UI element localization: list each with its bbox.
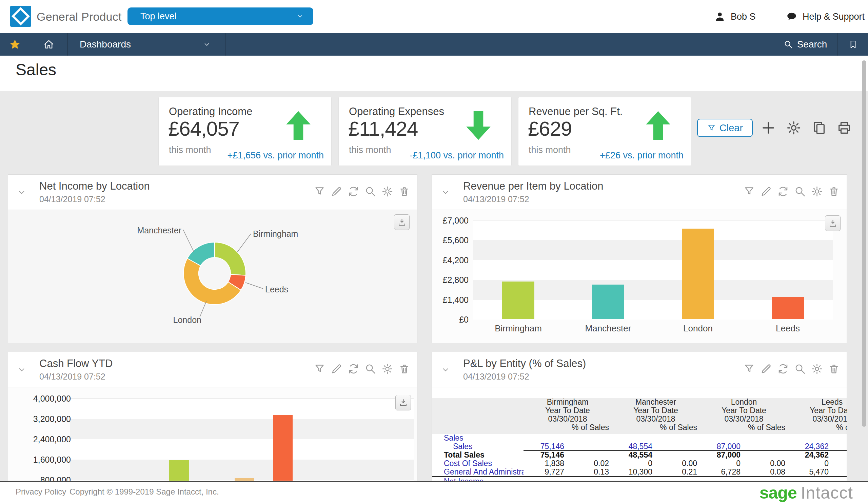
delete-icon[interactable] — [828, 185, 840, 197]
refresh-icon[interactable] — [348, 185, 359, 197]
help-support-link[interactable]: Help & Support — [786, 0, 865, 33]
search-button[interactable]: Search — [774, 33, 837, 55]
cash-flow-bar[interactable] — [273, 415, 293, 481]
pnl-column-entity: Manchester — [612, 398, 700, 406]
settings-icon[interactable] — [381, 363, 393, 375]
donut-slice-leeds[interactable] — [228, 274, 246, 290]
download-chart-button[interactable] — [825, 215, 840, 231]
download-chart-button[interactable] — [395, 395, 411, 410]
duplicate-dashboard-button[interactable] — [812, 120, 827, 136]
search-label: Search — [797, 39, 827, 50]
home-button[interactable] — [30, 33, 68, 55]
donut-slice-birmingham[interactable] — [215, 242, 246, 275]
pnl-column-header: LondonYear To Date03/30/2018% of Sales — [700, 398, 788, 432]
panel-timestamp: 04/13/2019 07:52 — [463, 372, 529, 382]
donut-slice-london[interactable] — [184, 258, 241, 305]
pnl-value-cell: 75,146 — [524, 442, 568, 451]
dashboards-menu[interactable]: Dashboards — [68, 33, 226, 55]
dashboard-toolbar: Sales Clear — [0, 55, 868, 91]
download-icon — [399, 398, 408, 407]
zoom-icon[interactable] — [794, 185, 806, 197]
pnl-row-label[interactable]: General And Administrative — [432, 468, 524, 476]
download-chart-button[interactable] — [394, 214, 410, 230]
y-axis-tick-label: £7,000 — [432, 216, 468, 226]
pnl-row-label[interactable]: Cost Of Sales — [432, 459, 524, 468]
y-axis-tick-label: 4,000,000 — [11, 394, 71, 404]
pnl-column-entity: Leeds — [788, 398, 847, 406]
delete-icon[interactable] — [399, 363, 410, 375]
favorites-button[interactable] — [0, 33, 30, 55]
cash-flow-bar[interactable] — [169, 460, 189, 481]
revenue-bar-chart-area: £7,000£5,600£4,200£2,800£1,400£0Birmingh… — [432, 210, 847, 343]
cash-flow-bar[interactable] — [235, 478, 254, 481]
pnl-pct-cell — [656, 442, 700, 451]
bar-birmingham[interactable] — [502, 281, 534, 319]
collapse-panel-icon[interactable] — [17, 187, 27, 197]
bar-leeds[interactable] — [772, 297, 804, 319]
edit-icon[interactable] — [331, 185, 342, 197]
kpi-period: this month — [169, 145, 211, 155]
pnl-value-cell: 87,000 — [700, 451, 744, 459]
bar-manchester[interactable] — [592, 285, 624, 319]
filter-icon[interactable] — [743, 363, 755, 375]
kpi-title: Operating Income — [169, 105, 252, 118]
collapse-panel-icon[interactable] — [441, 187, 450, 197]
filter-icon[interactable] — [743, 185, 755, 197]
pnl-row-label[interactable]: Sales — [432, 442, 524, 451]
pnl-pct-cell — [568, 434, 612, 442]
pnl-value-cell: 24,362 — [788, 451, 832, 459]
user-menu[interactable]: Bob S — [714, 0, 756, 33]
filter-icon[interactable] — [314, 363, 326, 375]
pnl-value-cell — [524, 434, 568, 442]
filter-icon[interactable] — [314, 185, 326, 197]
pnl-row-label[interactable]: Sales — [432, 434, 524, 442]
donut-label-leeds: Leeds — [265, 285, 288, 295]
pnl-column-pct-header: % of Sales — [612, 423, 700, 432]
dashboard-settings-button[interactable] — [786, 120, 802, 136]
zoom-icon[interactable] — [794, 363, 806, 375]
entity-selector[interactable]: Top level — [127, 8, 313, 25]
settings-icon[interactable] — [381, 185, 393, 197]
star-icon — [9, 38, 21, 51]
pnl-pct-cell — [832, 459, 847, 468]
delete-icon[interactable] — [828, 363, 840, 375]
pnl-column-subheader: Year To Date — [524, 406, 612, 415]
bookmarks-button[interactable] — [837, 33, 868, 55]
y-axis-tick-label: £2,800 — [432, 275, 468, 285]
panel-cash-flow-ytd: Cash Flow YTD 04/13/2019 07:52 4,000,000… — [8, 352, 417, 481]
pnl-value-cell: 48,554 — [612, 451, 656, 459]
clear-filter-button[interactable]: Clear — [697, 119, 753, 137]
y-axis-tick-label: £1,400 — [432, 295, 468, 305]
y-axis-tick-label: 800,000 — [11, 475, 71, 481]
delete-icon[interactable] — [399, 185, 410, 197]
privacy-policy-link[interactable]: Privacy Policy — [16, 487, 66, 496]
refresh-icon[interactable] — [348, 363, 359, 375]
y-axis-tick-label: £5,600 — [432, 235, 468, 245]
add-widget-button[interactable] — [761, 120, 776, 136]
zoom-icon[interactable] — [364, 363, 376, 375]
search-icon — [784, 40, 793, 49]
pnl-column-pct-header: % of Sales — [524, 423, 612, 432]
edit-icon[interactable] — [760, 185, 772, 197]
entity-selector-label: Top level — [141, 11, 177, 22]
pnl-pct-cell — [656, 434, 700, 442]
donut-slice-manchester[interactable] — [187, 242, 215, 266]
zoom-icon[interactable] — [364, 185, 376, 197]
refresh-icon[interactable] — [777, 185, 789, 197]
x-axis-category-label: Birmingham — [485, 323, 552, 334]
pnl-row-label[interactable]: Net Income — [432, 476, 524, 481]
edit-icon[interactable] — [331, 363, 342, 375]
pnl-pct-cell — [656, 451, 700, 459]
chat-icon — [786, 11, 797, 22]
print-dashboard-button[interactable] — [836, 120, 852, 136]
table-row: Total Sales75,14648,55487,00024,362 — [432, 451, 847, 459]
settings-icon[interactable] — [811, 363, 823, 375]
settings-icon[interactable] — [811, 185, 823, 197]
collapse-panel-icon[interactable] — [441, 365, 450, 375]
collapse-panel-icon[interactable] — [17, 365, 27, 375]
kpi-value: £11,424 — [348, 117, 418, 141]
edit-icon[interactable] — [760, 363, 772, 375]
vertical-scrollbar[interactable] — [862, 60, 866, 427]
bar-london[interactable] — [682, 229, 714, 319]
refresh-icon[interactable] — [777, 363, 789, 375]
